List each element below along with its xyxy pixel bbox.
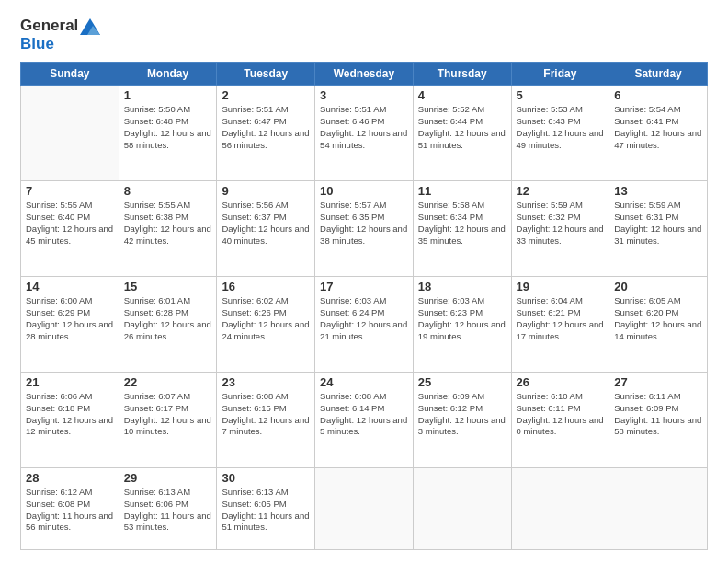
cell-daylight-info: Sunrise: 6:03 AM Sunset: 6:24 PM Dayligh…: [320, 295, 408, 342]
calendar-week-3: 14Sunrise: 6:00 AM Sunset: 6:29 PM Dayli…: [21, 277, 708, 373]
day-number: 5: [517, 88, 605, 102]
calendar-week-5: 28Sunrise: 6:12 AM Sunset: 6:08 PM Dayli…: [21, 468, 708, 550]
calendar-table: SundayMondayTuesdayWednesdayThursdayFrid…: [20, 62, 708, 550]
cell-daylight-info: Sunrise: 6:08 AM Sunset: 6:14 PM Dayligh…: [320, 391, 408, 438]
calendar-cell: 16Sunrise: 6:02 AM Sunset: 6:26 PM Dayli…: [217, 277, 315, 373]
cell-daylight-info: Sunrise: 6:05 AM Sunset: 6:20 PM Dayligh…: [614, 295, 702, 342]
day-number: 27: [614, 375, 702, 389]
day-number: 19: [517, 280, 605, 293]
calendar-cell: 21Sunrise: 6:06 AM Sunset: 6:18 PM Dayli…: [21, 373, 119, 468]
logo: General Blue: [20, 17, 100, 52]
logo-general: General: [20, 17, 78, 34]
day-number: 16: [222, 280, 310, 293]
cell-daylight-info: Sunrise: 6:12 AM Sunset: 6:08 PM Dayligh…: [26, 487, 114, 534]
day-number: 11: [418, 184, 506, 198]
header: General Blue: [20, 17, 708, 52]
cell-daylight-info: Sunrise: 5:52 AM Sunset: 6:44 PM Dayligh…: [418, 104, 506, 151]
cell-daylight-info: Sunrise: 6:03 AM Sunset: 6:23 PM Dayligh…: [418, 295, 506, 342]
day-number: 24: [320, 375, 408, 389]
day-header-thursday: Thursday: [413, 63, 511, 86]
calendar-cell: 29Sunrise: 6:13 AM Sunset: 6:06 PM Dayli…: [119, 468, 217, 550]
day-number: 21: [26, 375, 114, 389]
cell-daylight-info: Sunrise: 5:51 AM Sunset: 6:46 PM Dayligh…: [320, 104, 408, 151]
day-number: 10: [320, 184, 408, 198]
day-header-tuesday: Tuesday: [217, 63, 315, 86]
calendar-cell: 18Sunrise: 6:03 AM Sunset: 6:23 PM Dayli…: [413, 277, 511, 373]
calendar-cell: 24Sunrise: 6:08 AM Sunset: 6:14 PM Dayli…: [315, 373, 414, 468]
calendar-week-4: 21Sunrise: 6:06 AM Sunset: 6:18 PM Dayli…: [21, 373, 708, 468]
calendar-cell: 25Sunrise: 6:09 AM Sunset: 6:12 PM Dayli…: [413, 373, 511, 468]
day-header-sunday: Sunday: [21, 63, 119, 86]
calendar-cell: 28Sunrise: 6:12 AM Sunset: 6:08 PM Dayli…: [21, 468, 119, 550]
calendar-cell: 10Sunrise: 5:57 AM Sunset: 6:35 PM Dayli…: [315, 181, 414, 277]
cell-daylight-info: Sunrise: 5:53 AM Sunset: 6:43 PM Dayligh…: [517, 104, 605, 151]
calendar-cell: [609, 468, 708, 550]
cell-daylight-info: Sunrise: 5:55 AM Sunset: 6:40 PM Dayligh…: [26, 200, 114, 247]
calendar-cell: 20Sunrise: 6:05 AM Sunset: 6:20 PM Dayli…: [609, 277, 708, 373]
day-header-monday: Monday: [119, 63, 217, 86]
cell-daylight-info: Sunrise: 5:54 AM Sunset: 6:41 PM Dayligh…: [614, 104, 702, 151]
cell-daylight-info: Sunrise: 6:13 AM Sunset: 6:06 PM Dayligh…: [124, 487, 212, 534]
cell-daylight-info: Sunrise: 6:09 AM Sunset: 6:12 PM Dayligh…: [418, 391, 506, 438]
day-header-friday: Friday: [511, 63, 609, 86]
calendar-cell: [315, 468, 414, 550]
calendar-week-1: 1Sunrise: 5:50 AM Sunset: 6:48 PM Daylig…: [21, 86, 708, 181]
cell-daylight-info: Sunrise: 5:59 AM Sunset: 6:31 PM Dayligh…: [614, 200, 702, 247]
calendar-cell: 5Sunrise: 5:53 AM Sunset: 6:43 PM Daylig…: [511, 86, 609, 181]
day-number: 18: [418, 280, 506, 293]
day-number: 15: [124, 280, 212, 293]
calendar-cell: 15Sunrise: 6:01 AM Sunset: 6:28 PM Dayli…: [119, 277, 217, 373]
day-number: 13: [614, 184, 702, 198]
cell-daylight-info: Sunrise: 6:04 AM Sunset: 6:21 PM Dayligh…: [517, 295, 605, 342]
calendar-cell: 30Sunrise: 6:13 AM Sunset: 6:05 PM Dayli…: [217, 468, 315, 550]
calendar-cell: 7Sunrise: 5:55 AM Sunset: 6:40 PM Daylig…: [21, 181, 119, 277]
cell-daylight-info: Sunrise: 6:11 AM Sunset: 6:09 PM Dayligh…: [614, 391, 702, 438]
calendar-cell: 14Sunrise: 6:00 AM Sunset: 6:29 PM Dayli…: [21, 277, 119, 373]
cell-daylight-info: Sunrise: 6:13 AM Sunset: 6:05 PM Dayligh…: [222, 487, 310, 534]
cell-daylight-info: Sunrise: 6:00 AM Sunset: 6:29 PM Dayligh…: [26, 295, 114, 342]
day-number: 12: [517, 184, 605, 198]
day-header-wednesday: Wednesday: [315, 63, 414, 86]
day-number: 9: [222, 184, 310, 198]
page: General Blue SundayMondayTuesdayWednesda…: [0, 0, 728, 563]
day-number: 7: [26, 184, 114, 198]
calendar-cell: 22Sunrise: 6:07 AM Sunset: 6:17 PM Dayli…: [119, 373, 217, 468]
day-number: 22: [124, 375, 212, 389]
calendar-cell: 26Sunrise: 6:10 AM Sunset: 6:11 PM Dayli…: [511, 373, 609, 468]
calendar-cell: 11Sunrise: 5:58 AM Sunset: 6:34 PM Dayli…: [413, 181, 511, 277]
day-number: 6: [614, 88, 702, 102]
calendar-cell: 4Sunrise: 5:52 AM Sunset: 6:44 PM Daylig…: [413, 86, 511, 181]
day-number: 8: [124, 184, 212, 198]
cell-daylight-info: Sunrise: 6:10 AM Sunset: 6:11 PM Dayligh…: [517, 391, 605, 438]
day-number: 20: [614, 280, 702, 293]
day-number: 3: [320, 88, 408, 102]
cell-daylight-info: Sunrise: 5:57 AM Sunset: 6:35 PM Dayligh…: [320, 200, 408, 247]
day-number: 30: [222, 471, 310, 485]
calendar-header-row: SundayMondayTuesdayWednesdayThursdayFrid…: [21, 63, 708, 86]
day-number: 17: [320, 280, 408, 293]
day-number: 23: [222, 375, 310, 389]
calendar-cell: [511, 468, 609, 550]
calendar-cell: 9Sunrise: 5:56 AM Sunset: 6:37 PM Daylig…: [217, 181, 315, 277]
cell-daylight-info: Sunrise: 5:58 AM Sunset: 6:34 PM Dayligh…: [418, 200, 506, 247]
calendar-cell: 27Sunrise: 6:11 AM Sunset: 6:09 PM Dayli…: [609, 373, 708, 468]
cell-daylight-info: Sunrise: 6:02 AM Sunset: 6:26 PM Dayligh…: [222, 295, 310, 342]
calendar-cell: 19Sunrise: 6:04 AM Sunset: 6:21 PM Dayli…: [511, 277, 609, 373]
calendar-cell: [413, 468, 511, 550]
cell-daylight-info: Sunrise: 6:08 AM Sunset: 6:15 PM Dayligh…: [222, 391, 310, 438]
calendar-cell: 6Sunrise: 5:54 AM Sunset: 6:41 PM Daylig…: [609, 86, 708, 181]
day-number: 14: [26, 280, 114, 293]
cell-daylight-info: Sunrise: 5:56 AM Sunset: 6:37 PM Dayligh…: [222, 200, 310, 247]
calendar-cell: [21, 86, 119, 181]
calendar-cell: 8Sunrise: 5:55 AM Sunset: 6:38 PM Daylig…: [119, 181, 217, 277]
day-header-saturday: Saturday: [609, 63, 708, 86]
cell-daylight-info: Sunrise: 6:07 AM Sunset: 6:17 PM Dayligh…: [124, 391, 212, 438]
day-number: 28: [26, 471, 114, 485]
logo-blue: Blue: [20, 35, 100, 53]
cell-daylight-info: Sunrise: 5:51 AM Sunset: 6:47 PM Dayligh…: [222, 104, 310, 151]
day-number: 4: [418, 88, 506, 102]
calendar-cell: 3Sunrise: 5:51 AM Sunset: 6:46 PM Daylig…: [315, 86, 414, 181]
calendar-cell: 17Sunrise: 6:03 AM Sunset: 6:24 PM Dayli…: [315, 277, 414, 373]
cell-daylight-info: Sunrise: 5:59 AM Sunset: 6:32 PM Dayligh…: [517, 200, 605, 247]
cell-daylight-info: Sunrise: 6:01 AM Sunset: 6:28 PM Dayligh…: [124, 295, 212, 342]
